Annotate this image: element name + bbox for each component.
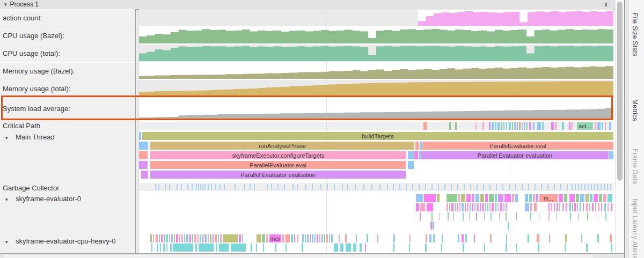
trace-slice[interactable] — [603, 194, 606, 202]
trace-slice[interactable] — [598, 203, 599, 211]
track-skyframe-evaluator-0-row[interactable]: m... — [139, 194, 613, 202]
gc-event-tick[interactable] — [254, 184, 255, 190]
trace-slice[interactable] — [578, 212, 579, 220]
trace-slice[interactable] — [566, 203, 567, 211]
trace-slice[interactable] — [492, 203, 494, 211]
trace-slice[interactable] — [548, 212, 550, 220]
trace-slice[interactable] — [512, 194, 514, 202]
gc-event-tick[interactable] — [541, 184, 542, 190]
trace-slice[interactable] — [489, 122, 491, 130]
sidebar-tab-frame-data[interactable]: Frame Data — [631, 149, 639, 184]
trace-slice[interactable] — [480, 203, 481, 211]
trace-slice[interactable] — [465, 234, 467, 242]
trace-slice[interactable] — [263, 244, 264, 252]
gc-event-tick[interactable] — [208, 184, 209, 190]
trace-slice[interactable] — [307, 234, 309, 242]
trace-slice[interactable] — [449, 203, 450, 211]
trace-slice[interactable] — [256, 244, 257, 252]
trace-slice[interactable] — [197, 234, 199, 242]
vertical-scrollbar[interactable] — [615, 0, 624, 253]
gc-event-tick[interactable] — [158, 184, 159, 190]
trace-slice[interactable] — [186, 234, 188, 242]
sidebar-tab-metrics[interactable]: Metrics — [631, 99, 639, 121]
trace-slice[interactable] — [458, 234, 459, 242]
gc-event-tick[interactable] — [334, 184, 335, 190]
trace-slice[interactable] — [516, 212, 517, 220]
trace-slice[interactable] — [557, 212, 557, 220]
trace-slice[interactable] — [580, 194, 584, 202]
gc-event-tick[interactable] — [305, 184, 306, 190]
trace-slice[interactable] — [577, 203, 578, 211]
gc-event-tick[interactable] — [597, 184, 598, 190]
trace-slice[interactable] — [574, 203, 576, 211]
trace-slice[interactable] — [602, 122, 603, 130]
trace-slice[interactable] — [533, 194, 535, 202]
trace-slice[interactable] — [572, 122, 573, 130]
trace-slice[interactable] — [611, 244, 612, 252]
trace-slice[interactable] — [597, 122, 601, 130]
trace-slice[interactable] — [522, 122, 523, 130]
trace-slice[interactable] — [495, 194, 497, 202]
trace-slice[interactable] — [487, 203, 488, 211]
trace-slice[interactable] — [512, 122, 513, 130]
gc-event-tick[interactable] — [393, 184, 394, 190]
trace-slice[interactable] — [416, 194, 423, 202]
trace-slice[interactable] — [171, 234, 173, 242]
trace-slice[interactable] — [310, 234, 311, 242]
trace-slice[interactable] — [431, 212, 433, 220]
trace-slice[interactable] — [433, 234, 435, 242]
close-button[interactable]: x — [604, 0, 608, 9]
trace-slice[interactable] — [609, 151, 613, 159]
trace-slice[interactable] — [408, 161, 414, 169]
trace-slice[interactable] — [346, 244, 351, 252]
trace-slice[interactable] — [437, 194, 440, 202]
trace-slice[interactable] — [353, 244, 356, 252]
track-skyframe-evaluator-0-row[interactable] — [139, 212, 613, 220]
trace-slice[interactable] — [139, 151, 148, 159]
gc-event-tick[interactable] — [198, 184, 199, 190]
trace-slice[interactable] — [484, 244, 485, 252]
trace-slice[interactable] — [465, 203, 466, 211]
gc-event-tick[interactable] — [496, 184, 497, 190]
trace-slice[interactable] — [208, 234, 209, 242]
trace-slice-labeled[interactable]: ParallelEvaluator.eval — [150, 161, 406, 169]
trace-slice[interactable] — [156, 234, 158, 242]
gc-event-tick[interactable] — [387, 184, 388, 190]
trace-slice[interactable] — [282, 234, 284, 242]
trace-slice[interactable] — [508, 222, 509, 230]
trace-slice[interactable] — [611, 203, 612, 211]
gc-event-tick[interactable] — [342, 184, 343, 190]
trace-slice[interactable] — [275, 244, 276, 252]
trace-slice[interactable] — [569, 122, 570, 130]
trace-slice-labeled[interactable]: Parallel Evaluator evaluation — [421, 151, 609, 159]
trace-slice[interactable] — [447, 194, 457, 202]
track-main-thread-row[interactable]: skyframeExecutor.configureTargetsParalle… — [139, 151, 613, 159]
trace-slice[interactable] — [317, 234, 318, 242]
trace-slice[interactable] — [153, 234, 154, 242]
trace-slice[interactable] — [509, 122, 511, 130]
trace-slice[interactable] — [564, 194, 567, 202]
collapse-process-icon[interactable]: ▾ — [4, 0, 7, 9]
trace-slice[interactable] — [257, 234, 261, 242]
gc-event-tick[interactable] — [355, 184, 356, 190]
gc-event-tick[interactable] — [560, 184, 561, 190]
track-main-thread-row[interactable]: buildTargets — [139, 132, 613, 140]
trace-slice[interactable] — [216, 244, 217, 252]
vertical-scrollbar-thumb[interactable] — [617, 2, 623, 181]
trace-slice[interactable] — [451, 203, 453, 211]
trace-slice[interactable] — [179, 234, 180, 242]
trace-slice[interactable] — [525, 194, 528, 202]
trace-slice[interactable] — [528, 234, 529, 242]
trace-slice[interactable] — [393, 244, 394, 252]
gc-event-tick[interactable] — [588, 184, 589, 190]
trace-slice[interactable] — [536, 194, 538, 202]
trace-slice[interactable] — [161, 234, 163, 242]
trace-slice[interactable] — [139, 132, 141, 140]
trace-slice[interactable] — [189, 234, 191, 242]
counter-track-cpu-bazel[interactable] — [139, 27, 613, 44]
trace-slice[interactable] — [345, 234, 347, 242]
trace-slice[interactable] — [498, 194, 503, 202]
trace-slice[interactable] — [220, 234, 222, 242]
counter-track-action-count[interactable] — [139, 9, 613, 26]
trace-slice[interactable] — [586, 203, 588, 211]
